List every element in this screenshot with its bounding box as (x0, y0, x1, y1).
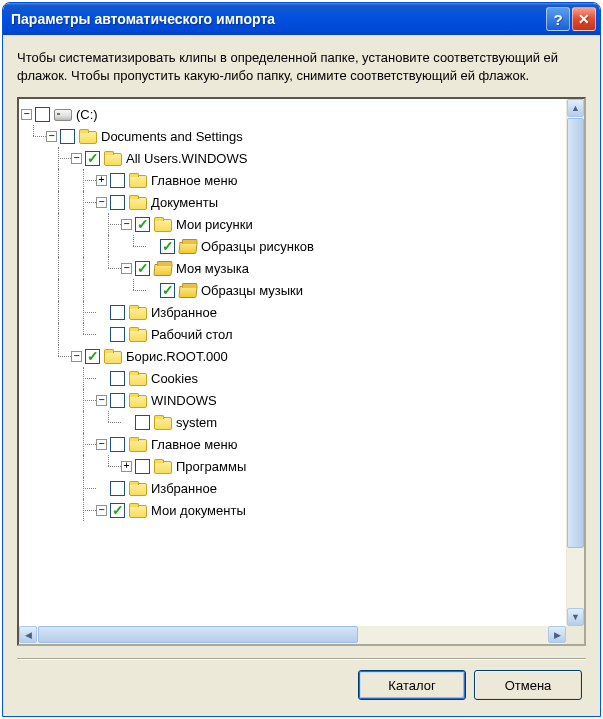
tree-node[interactable]: −Борис.ROOT.000 (21, 345, 582, 367)
folder-checkbox[interactable] (135, 261, 150, 276)
tree-node[interactable]: Образцы музыки (21, 279, 582, 301)
folder-checkbox[interactable] (110, 481, 125, 496)
folder-label: All Users.WINDOWS (126, 152, 247, 165)
collapse-icon[interactable]: − (71, 351, 82, 362)
collapse-icon[interactable]: − (96, 197, 107, 208)
tree-node[interactable]: +Программы (21, 455, 582, 477)
folder-label: Борис.ROOT.000 (126, 350, 228, 363)
collapse-icon[interactable]: − (121, 263, 132, 274)
folder-checkbox[interactable] (160, 283, 175, 298)
tree-connector (46, 191, 71, 213)
tree-connector (96, 257, 121, 279)
folder-open-icon (153, 264, 172, 276)
tree-node[interactable]: +Главное меню (21, 169, 582, 191)
tree-connector (46, 323, 71, 345)
folder-icon (129, 175, 147, 188)
collapse-icon[interactable]: − (46, 131, 57, 142)
tree-node[interactable]: −Документы (21, 191, 582, 213)
folder-checkbox[interactable] (60, 129, 75, 144)
folder-checkbox[interactable] (85, 151, 100, 166)
help-button[interactable]: ? (546, 7, 570, 31)
folder-checkbox[interactable] (110, 305, 125, 320)
tree-connector (46, 499, 71, 521)
dialog-window: Параметры автоматического импорта ? ✕ Чт… (2, 2, 601, 717)
vertical-scroll-thumb[interactable] (567, 118, 584, 548)
titlebar[interactable]: Параметры автоматического импорта ? ✕ (3, 3, 600, 35)
horizontal-scrollbar[interactable]: ◀ ▶ (19, 626, 584, 644)
close-button[interactable]: ✕ (572, 7, 596, 31)
tree-node[interactable]: Cookies (21, 367, 582, 389)
collapse-icon[interactable]: − (71, 153, 82, 164)
folder-open-icon (178, 242, 197, 254)
folder-checkbox[interactable] (110, 393, 125, 408)
tree-connector (96, 213, 121, 235)
collapse-icon[interactable]: − (21, 109, 32, 120)
catalog-button[interactable]: Каталог (358, 670, 466, 700)
tree-connector (71, 235, 96, 257)
tree-connector (21, 257, 46, 279)
folder-tree[interactable]: −(C:)−Documents and Settings−All Users.W… (19, 99, 584, 525)
folder-icon (154, 461, 172, 474)
tree-connector (21, 455, 46, 477)
folder-checkbox[interactable] (85, 349, 100, 364)
folder-icon (104, 153, 122, 166)
scroll-left-button[interactable]: ◀ (19, 626, 37, 643)
folder-checkbox[interactable] (135, 415, 150, 430)
scroll-right-button[interactable]: ▶ (548, 626, 566, 643)
tree-node[interactable]: −Моя музыка (21, 257, 582, 279)
collapse-icon[interactable]: − (96, 439, 107, 450)
folder-icon (154, 219, 172, 232)
tree-node[interactable]: Образцы рисунков (21, 235, 582, 257)
tree-connector (21, 477, 46, 499)
collapse-icon[interactable]: − (96, 505, 107, 516)
tree-node[interactable]: system (21, 411, 582, 433)
tree-connector (71, 477, 96, 499)
folder-checkbox[interactable] (160, 239, 175, 254)
folder-checkbox[interactable] (110, 503, 125, 518)
tree-node[interactable]: −Documents and Settings (21, 125, 582, 147)
folder-icon (129, 439, 147, 452)
vertical-scrollbar[interactable]: ▲ ▼ (566, 99, 584, 626)
tree-connector (21, 301, 46, 323)
tree-node[interactable]: −(C:) (21, 103, 582, 125)
tree-node[interactable]: −WINDOWS (21, 389, 582, 411)
tree-node[interactable]: −All Users.WINDOWS (21, 147, 582, 169)
folder-checkbox[interactable] (35, 107, 50, 122)
tree-node[interactable]: Рабочий стол (21, 323, 582, 345)
folder-label: Моя музыка (176, 262, 249, 275)
collapse-icon[interactable]: − (96, 395, 107, 406)
folder-label: Избранное (151, 482, 217, 495)
tree-node[interactable]: −Мои рисунки (21, 213, 582, 235)
folder-icon (79, 131, 97, 144)
folder-checkbox[interactable] (110, 327, 125, 342)
scroll-down-button[interactable]: ▼ (567, 608, 584, 626)
tree-connector (21, 411, 46, 433)
folder-icon (104, 351, 122, 364)
expand-icon[interactable]: + (121, 461, 132, 472)
tree-connector (96, 455, 121, 477)
folder-checkbox[interactable] (110, 371, 125, 386)
folder-label: Образцы музыки (201, 284, 303, 297)
tree-connector (121, 279, 146, 301)
tree-connector (21, 367, 46, 389)
folder-checkbox[interactable] (110, 195, 125, 210)
collapse-icon[interactable]: − (121, 219, 132, 230)
horizontal-scroll-thumb[interactable] (38, 626, 358, 643)
tree-node[interactable]: Избранное (21, 301, 582, 323)
tree-connector (46, 477, 71, 499)
folder-checkbox[interactable] (110, 173, 125, 188)
folder-checkbox[interactable] (135, 217, 150, 232)
folder-checkbox[interactable] (135, 459, 150, 474)
cancel-button[interactable]: Отмена (474, 670, 582, 700)
tree-connector (71, 279, 96, 301)
tree-node[interactable]: Избранное (21, 477, 582, 499)
folder-checkbox[interactable] (110, 437, 125, 452)
tree-connector (71, 169, 96, 191)
scroll-up-button[interactable]: ▲ (567, 99, 584, 117)
tree-connector (21, 147, 46, 169)
tree-connector (71, 301, 96, 323)
tree-node[interactable]: −Мои документы (21, 499, 582, 521)
tree-node[interactable]: −Главное меню (21, 433, 582, 455)
folder-tree-container: −(C:)−Documents and Settings−All Users.W… (17, 97, 586, 646)
expand-icon[interactable]: + (96, 175, 107, 186)
